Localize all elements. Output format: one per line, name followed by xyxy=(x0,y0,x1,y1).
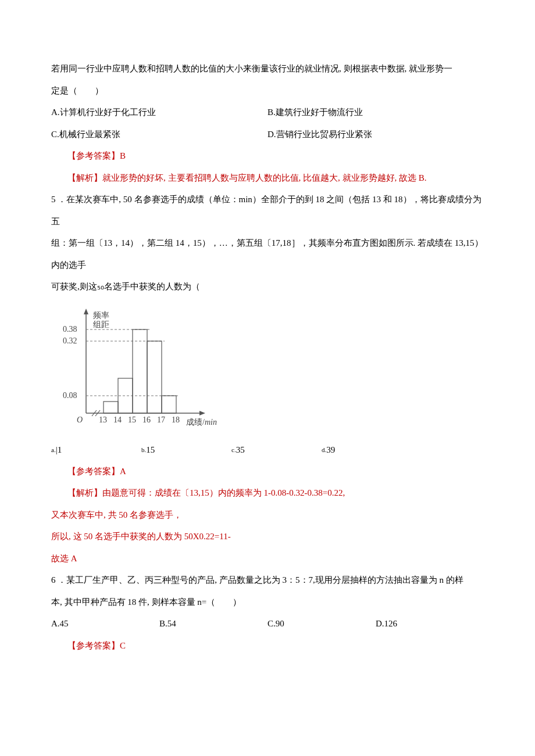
q5-explain3: 所以, 这 50 名选手中获奖的人数为 50X0.22=11- xyxy=(51,526,484,548)
histogram-chart: 0.38 0.32 0.08 频率 组距 O xyxy=(51,303,484,436)
svg-text:16: 16 xyxy=(142,415,151,424)
q5-answer: 【参考答案】A xyxy=(51,461,484,483)
q4-options-row2: C.机械行业最紧张 D.营销行业比贸易行业紧张 xyxy=(51,124,484,146)
q4-option-a: A.计算机行业好于化工行业 xyxy=(51,102,268,124)
svg-text:17: 17 xyxy=(157,415,165,424)
svg-marker-1 xyxy=(84,309,88,314)
svg-text:0.08: 0.08 xyxy=(63,391,77,400)
q4-explain: 【解析】就业形势的好坏, 主要看招聘人数与应聘人数的比值, 比值越大, 就业形势… xyxy=(51,167,484,189)
q5-option-a-num: |1 xyxy=(56,445,62,454)
svg-text:O: O xyxy=(77,415,83,424)
q5-option-a: a.|1 xyxy=(51,439,141,461)
q5-stem-line2: 组：第一组〔13，14），第二组 14，15），…，第五组〔17,18］，其频率… xyxy=(51,232,484,255)
q6-stem-line1: 6 ．某工厂生产甲、乙、丙三种型号的产品, 产品数量之比为 3：5：7,现用分层… xyxy=(51,569,484,592)
q5-explain2: 又本次赛车中, 共 50 名参赛选手， xyxy=(51,504,484,526)
svg-text:0.32: 0.32 xyxy=(63,336,77,345)
q4-option-d: D.营销行业比贸易行业紧张 xyxy=(268,124,484,146)
q5-stem-line4: 可获奖,则这₅₀名选手中获奖的人数为（ xyxy=(51,276,484,298)
q5-explain1: 【解析】由题意可得：成绩在〔13,15）内的频率为 1-0.08-0.32-0.… xyxy=(51,482,484,504)
svg-text:0.38: 0.38 xyxy=(63,325,77,334)
svg-rect-15 xyxy=(147,341,162,413)
document-page: 若用同一行业中应聘人数和招聘人数的比值的大小来衡量该行业的就业情况, 则根据表中… xyxy=(0,0,535,756)
q4-answer: 【参考答案】B xyxy=(51,145,484,167)
q5-option-a-label: a. xyxy=(51,446,56,453)
q5-option-b-num: 15 xyxy=(146,445,155,454)
q6-option-c: C.90 xyxy=(268,613,376,635)
q5-option-d-label: d. xyxy=(322,446,326,453)
q5-option-c: c.35 xyxy=(231,439,322,461)
svg-text:14: 14 xyxy=(113,415,122,424)
q4-stem-line2: 定是（ ） xyxy=(51,80,484,102)
q5-stem-text1: ．在某次赛车中, 50 名参赛选手的成绩（单位：min）全部介于的到 18 之间… xyxy=(51,195,482,226)
svg-text:13: 13 xyxy=(99,415,107,424)
q5-number: 5 xyxy=(51,195,56,204)
svg-rect-16 xyxy=(162,396,176,413)
q4-option-b: B.建筑行业好于物流行业 xyxy=(268,102,484,124)
q6-answer: 【参考答案】C xyxy=(51,635,484,657)
q5-option-d: d.39 xyxy=(322,439,412,461)
q6-stem-line2: 本, 其中甲种产品有 18 件, 则样本容量 n=（ ） xyxy=(51,592,484,614)
histogram-svg: 0.38 0.32 0.08 频率 组距 O xyxy=(51,303,226,436)
q5-stem-line3: 内的选手 xyxy=(51,255,484,277)
q5-options-row: a.|1 b.15 c.35 d.39 xyxy=(51,439,412,461)
q5-option-c-label: c. xyxy=(231,446,236,453)
q6-option-a: A.45 xyxy=(51,613,159,635)
q5-option-d-num: 39 xyxy=(326,445,335,454)
svg-text:18: 18 xyxy=(172,415,180,424)
q6-option-b: B.54 xyxy=(159,613,268,635)
q5-option-b-label: b. xyxy=(141,446,146,453)
svg-text:成绩/min: 成绩/min xyxy=(186,418,217,427)
q5-stem-line1: 5 ．在某次赛车中, 50 名参赛选手的成绩（单位：min）全部介于的到 18 … xyxy=(51,189,484,232)
q5-option-b: b.15 xyxy=(141,439,231,461)
svg-rect-14 xyxy=(133,329,147,413)
q4-options-row1: A.计算机行业好于化工行业 B.建筑行业好于物流行业 xyxy=(51,102,484,124)
svg-text:频率: 频率 xyxy=(93,311,109,320)
svg-text:组距: 组距 xyxy=(93,320,109,329)
svg-rect-12 xyxy=(104,402,118,413)
svg-marker-3 xyxy=(199,411,205,415)
q6-options-row: A.45 B.54 C.90 D.126 xyxy=(51,613,484,635)
q5-option-c-num: 35 xyxy=(236,445,245,454)
svg-text:15: 15 xyxy=(128,415,136,424)
q5-explain4: 故选 A xyxy=(51,548,484,570)
q6-stem-text1: ．某工厂生产甲、乙、丙三种型号的产品, 产品数量之比为 3：5：7,现用分层抽样… xyxy=(56,575,463,585)
q6-option-d: D.126 xyxy=(376,613,484,635)
q6-number: 6 xyxy=(51,575,56,585)
q4-stem-line1: 若用同一行业中应聘人数和招聘人数的比值的大小来衡量该行业的就业情况, 则根据表中… xyxy=(51,58,484,80)
q4-option-c: C.机械行业最紧张 xyxy=(51,124,268,146)
